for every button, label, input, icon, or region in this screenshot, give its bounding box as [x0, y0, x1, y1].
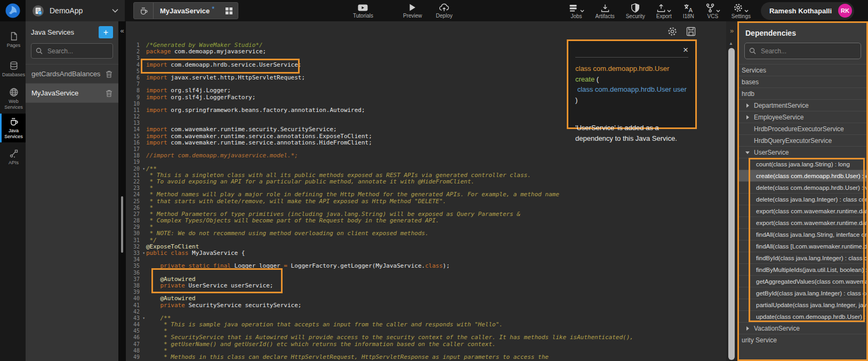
dependency-tree-item[interactable]: bases	[739, 76, 866, 87]
service-name: MyJavaService	[31, 89, 78, 97]
chevron-right-icon[interactable]	[746, 326, 749, 331]
code-line[interactable]: 19	[126, 159, 726, 165]
line-number: 45	[126, 328, 140, 334]
export-button[interactable]: Export	[655, 3, 673, 19]
project-selector[interactable]: DemoApp	[26, 0, 125, 21]
sidebar-item-web-services[interactable]: Web Services	[0, 84, 26, 113]
panel-divider: «	[118, 21, 126, 361]
wavemaker-logo-icon[interactable]	[0, 0, 26, 21]
dependency-tree-item[interactable]: EmployeeService	[739, 111, 866, 123]
editor-settings-button[interactable]	[667, 26, 678, 37]
dependency-tree-item[interactable]: urity Service	[739, 334, 866, 346]
code-line[interactable]: 41 private SecurityService securityServi…	[126, 302, 726, 309]
sidebar-item-databases[interactable]: Databases	[0, 55, 26, 84]
dependency-tree-item[interactable]: DepartmentService	[739, 99, 866, 111]
dependency-method-item[interactable]: findAll(class [Lcom.wavemaker.runtime.da	[739, 240, 866, 252]
sidebar-item-pages[interactable]: Pages	[0, 26, 26, 54]
code-text	[140, 159, 146, 165]
tutorials-button[interactable]: Tutorials	[352, 3, 374, 19]
dependency-tree-item[interactable]: Services	[739, 64, 866, 76]
chevron-down-icon[interactable]	[745, 151, 750, 154]
search-input[interactable]	[46, 47, 108, 55]
scroll-up-icon[interactable]: ▲	[729, 41, 733, 46]
dependency-method-item[interactable]: count(class java.lang.String) : long	[739, 158, 866, 170]
panel-scrollbar[interactable]	[121, 196, 123, 253]
dependency-method-item[interactable]: getAggregatedValues(class com.wavemak	[739, 275, 866, 287]
code-line[interactable]: 30 * NOTE: We do not recommend using met…	[126, 230, 726, 237]
dependency-tree-item[interactable]: VacationService	[739, 322, 866, 334]
code-line[interactable]: 18//import com.demoapp.myjavaservice.mod…	[126, 153, 726, 159]
sidebar-item-java-services[interactable]: Java Services	[0, 114, 26, 142]
dependency-method-item[interactable]: partialUpdate(class java.lang.Integer, j…	[739, 299, 866, 310]
service-item[interactable]: MyJavaService	[26, 84, 118, 103]
code-line[interactable]: 28 * Complex Types/Objects will become p…	[126, 218, 726, 224]
dependency-method-item[interactable]: getById(class java.lang.Integer) : class…	[739, 287, 866, 299]
code-line[interactable]: 49 * Methods in this class can declare H…	[126, 354, 726, 360]
chevron-right-icon[interactable]	[746, 103, 749, 108]
line-number: 41	[126, 302, 140, 309]
dependency-method-item[interactable]: export(class com.wavemaker.runtime.data	[739, 205, 866, 216]
line-number: 36	[126, 270, 140, 276]
expand-panel-button[interactable]: »	[727, 25, 736, 36]
dependencies-tree: ServicesbaseshrdbDepartmentServiceEmploy…	[739, 64, 866, 359]
code-line[interactable]: 22 * To avoid exposing an API for a part…	[126, 179, 726, 185]
editor-scrollbar[interactable]	[728, 48, 735, 360]
settings-button[interactable]: Settings	[730, 3, 752, 19]
grid-icon[interactable]	[220, 3, 238, 19]
preview-button[interactable]: Preview	[402, 3, 423, 19]
fold-marker-icon[interactable]: ▾	[142, 315, 145, 322]
search-input[interactable]	[760, 47, 856, 55]
code-editor: 1/*Generated by WaveMaker Studio*/2packa…	[126, 21, 726, 361]
jobs-button[interactable]: Jobs	[568, 3, 585, 19]
fold-marker-icon[interactable]: ▾	[142, 166, 145, 172]
panel-title: Java Services	[31, 28, 74, 36]
collapse-panel-button[interactable]: «	[118, 25, 126, 36]
sidebar-item-apis[interactable]: APIs	[0, 143, 26, 172]
code-line[interactable]: 38 private UserService userService;	[126, 283, 726, 289]
line-number: 7	[126, 81, 140, 87]
code-line[interactable]: 47 * getUserName() and getUserId() etc w…	[126, 341, 726, 348]
services-search[interactable]	[31, 43, 113, 59]
add-service-button[interactable]: +	[99, 26, 113, 38]
service-item[interactable]: getCardsAndBalances	[26, 65, 118, 84]
dependency-method-item[interactable]: create(class com.demoapp.hrdb.User) : cl…	[739, 170, 866, 181]
dependency-tree-item[interactable]: UserService	[739, 146, 866, 158]
security-button[interactable]: Security	[625, 3, 646, 19]
code-line[interactable]: 42	[126, 309, 726, 315]
trash-icon[interactable]	[106, 70, 112, 78]
code-line[interactable]: 36	[126, 270, 726, 276]
vcs-button[interactable]: VCS	[704, 3, 721, 19]
line-number: 19	[126, 159, 140, 165]
line-number: 42	[126, 309, 140, 315]
close-icon[interactable]: ×	[683, 45, 688, 54]
code-line[interactable]: 35 private static final Logger logger = …	[126, 263, 726, 269]
dependency-tree-item[interactable]: HrdbProcedureExecutorService	[739, 123, 866, 134]
dependency-tree-item[interactable]: HrdbQueryExecutorService	[739, 134, 866, 146]
code-line[interactable]: 33▾public class MyJavaService {	[126, 250, 726, 256]
chevron-right-icon[interactable]	[746, 115, 749, 119]
dependency-method-item[interactable]: update(class com.demoapp.hrdb.User) : cl	[739, 310, 866, 322]
code-line[interactable]: 31 */	[126, 237, 726, 244]
dependency-method-item[interactable]: findByMultipleIds(java.util.List, boolea…	[739, 263, 866, 275]
dependency-method-item[interactable]: delete(class com.demoapp.hrdb.User) : vo…	[739, 181, 866, 193]
dependency-tree-item[interactable]: hrdb	[739, 87, 866, 99]
artifacts-button[interactable]: Artifacts	[594, 3, 616, 19]
trash-icon[interactable]	[106, 90, 112, 97]
project-name: DemoApp	[50, 6, 107, 15]
dependencies-search[interactable]	[744, 43, 861, 59]
user-menu[interactable]: Ramesh Kothapalli RK	[761, 2, 854, 20]
i18n-button[interactable]: A I18N	[682, 3, 695, 19]
chevron-down-icon[interactable]	[112, 9, 118, 13]
dependency-method-item[interactable]: export(class com.wavemaker.runtime.data	[739, 216, 866, 228]
dependency-method-item[interactable]: findById(class java.lang.Integer) : clas…	[739, 252, 866, 263]
line-number: 43▾	[126, 315, 140, 322]
tab-myjavaservice[interactable]: MyJavaService *	[133, 2, 238, 19]
save-button[interactable]	[686, 26, 696, 37]
code-line[interactable]: 25 * that starts with delete/remove, wil…	[126, 198, 726, 205]
code-line[interactable]: 44 * This is sample java operation that …	[126, 322, 726, 328]
dependency-method-item[interactable]: delete(class java.lang.Integer) : class …	[739, 193, 866, 205]
deploy-button[interactable]: Deploy	[435, 3, 454, 19]
code-line[interactable]: 39	[126, 289, 726, 295]
fold-marker-icon[interactable]: ▾	[142, 250, 145, 256]
dependency-method-item[interactable]: findAll(class java.lang.String, interfac…	[739, 228, 866, 240]
